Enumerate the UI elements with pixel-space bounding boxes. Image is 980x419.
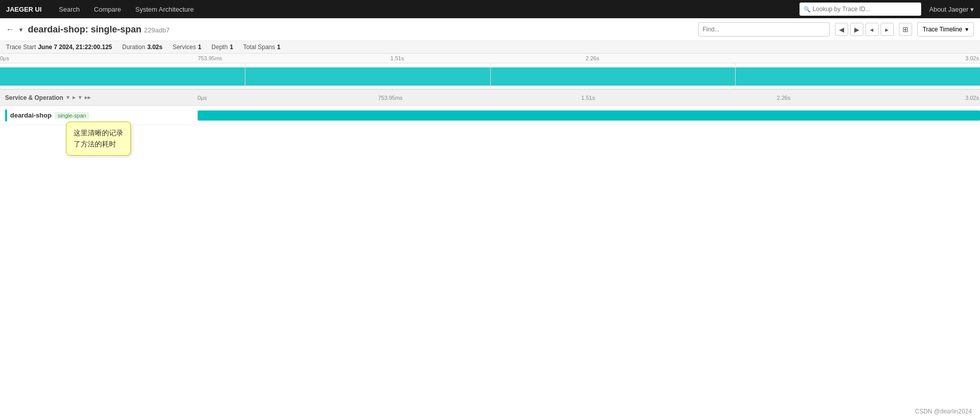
find-input-wrap xyxy=(698,22,830,36)
nav-compare[interactable]: Compare xyxy=(87,0,128,18)
nav-buttons: ◀ ▶ ◂ ▸ xyxy=(835,23,894,36)
grid-view-button[interactable]: ⊞ xyxy=(899,23,912,36)
trace-start: Trace Start June 7 2024, 21:22:00.125 xyxy=(6,44,112,51)
prev-result-button[interactable]: ◂ xyxy=(865,23,879,36)
sort-icon-1[interactable]: ▾ xyxy=(66,94,69,101)
nav-system-architecture[interactable]: System Architecture xyxy=(128,0,201,18)
timeline-dropdown[interactable]: Trace Timeline ▾ xyxy=(917,22,974,36)
gridline-1 xyxy=(245,63,245,89)
sort-icon-4[interactable]: ▸▸ xyxy=(85,94,91,101)
services-value: 1 xyxy=(198,44,201,51)
services: Services 1 xyxy=(172,44,201,51)
spans-header: Service & Operation ▾ ▸ ▾ ▸▸ 0µs 753.95m… xyxy=(0,90,980,106)
service-color-indicator xyxy=(5,109,7,122)
next-result-button[interactable]: ▸ xyxy=(881,23,894,36)
trace-meta: Trace Start June 7 2024, 21:22:00.125 Du… xyxy=(0,41,980,54)
find-input[interactable] xyxy=(703,26,825,33)
span-bar xyxy=(198,110,980,121)
service-name: deardai-shop xyxy=(10,111,52,119)
back-button[interactable]: ← xyxy=(6,25,14,34)
minimap-canvas[interactable] xyxy=(0,63,980,89)
timeline-ruler: 0µs 753.95ms 1.51s 2.26s 3.02s xyxy=(0,54,980,63)
trace-title: deardai-shop: single-span 229adb7 xyxy=(28,24,170,35)
span-tick-4: 3.02s xyxy=(965,95,979,101)
lookup-input-wrap: 🔍 xyxy=(800,3,921,16)
search-icon: 🔍 xyxy=(804,6,811,13)
lookup-input[interactable] xyxy=(813,6,917,13)
nav-search[interactable]: Search xyxy=(52,0,87,18)
gridline-2 xyxy=(490,63,491,89)
span-tick-2: 1.51s xyxy=(582,95,595,101)
prev-match-button[interactable]: ◀ xyxy=(835,23,848,36)
collapse-button[interactable]: ▾ xyxy=(19,26,23,33)
ruler-tick-0: 0µs xyxy=(0,55,9,61)
trace-start-value: June 7 2024, 21:22:00.125 xyxy=(38,44,112,51)
sort-icon-2[interactable]: ▸ xyxy=(72,94,76,101)
depth: Depth 1 xyxy=(211,44,233,51)
ruler-tick-4: 3.02s xyxy=(965,55,979,61)
total-spans-value: 1 xyxy=(277,44,281,51)
operation-badge: single-span xyxy=(55,112,89,119)
about-jaeger-link[interactable]: About Jaeger ▾ xyxy=(929,6,974,13)
span-tick-3: 2.26s xyxy=(777,95,790,101)
table-row[interactable]: deardai-shop single-span xyxy=(0,106,980,125)
ruler-tick-3: 2.26s xyxy=(586,55,599,61)
ruler-tick-1: 753.95ms xyxy=(198,55,222,61)
span-tick-0: 0µs xyxy=(198,95,207,101)
top-nav: JAEGER UI Search Compare System Architec… xyxy=(0,0,980,18)
spans-timeline-header: 0µs 753.95ms 1.51s 2.26s 3.02s xyxy=(198,90,980,105)
next-match-button[interactable]: ▶ xyxy=(850,23,863,36)
depth-value: 1 xyxy=(230,44,233,51)
span-tick-1: 753.95ms xyxy=(378,95,403,101)
span-timeline xyxy=(198,106,980,125)
trace-id: 229adb7 xyxy=(144,26,170,34)
duration-value: 3.02s xyxy=(147,44,162,51)
sort-icon-3[interactable]: ▾ xyxy=(79,94,82,101)
trace-header: ← ▾ deardai-shop: single-span 229adb7 ◀ … xyxy=(0,18,980,41)
total-spans: Total Spans 1 xyxy=(243,44,280,51)
service-operation-header: Service & Operation ▾ ▸ ▾ ▸▸ xyxy=(0,94,198,101)
spans-list: deardai-shop single-span xyxy=(0,106,980,125)
span-service-info: deardai-shop single-span xyxy=(0,109,198,122)
gridline-3 xyxy=(735,63,736,89)
nav-brand: JAEGER UI xyxy=(6,6,42,13)
duration: Duration 3.02s xyxy=(122,44,162,51)
timeline-minimap: 0µs 753.95ms 1.51s 2.26s 3.02s xyxy=(0,54,980,90)
ruler-tick-2: 1.51s xyxy=(390,55,404,61)
